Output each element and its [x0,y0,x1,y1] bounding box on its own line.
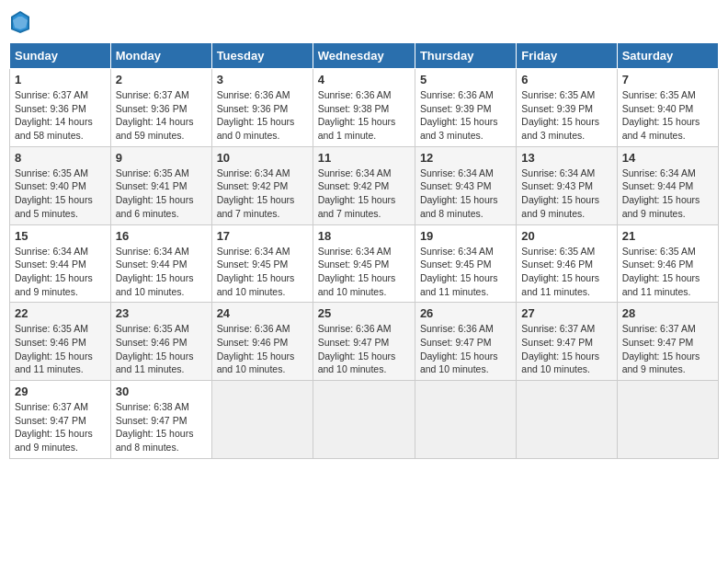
calendar-cell: 22Sunrise: 6:35 AMSunset: 9:46 PMDayligh… [10,303,111,381]
day-number: 2 [116,73,207,86]
calendar-cell [517,381,617,459]
day-number: 26 [420,306,511,320]
day-info: Sunrise: 6:35 AMSunset: 9:46 PMDaylight:… [622,245,713,299]
day-number: 13 [521,151,611,165]
calendar-cell: 9Sunrise: 6:35 AMSunset: 9:41 PMDaylight… [110,146,211,224]
day-info: Sunrise: 6:35 AMSunset: 9:46 PMDaylight:… [15,322,106,376]
day-info: Sunrise: 6:35 AMSunset: 9:39 PMDaylight:… [521,88,611,143]
calendar-header-row: SundayMondayTuesdayWednesdayThursdayFrid… [10,43,719,69]
calendar-week-row: 29Sunrise: 6:37 AMSunset: 9:47 PMDayligh… [10,381,719,459]
weekday-header: Saturday [617,43,718,69]
day-number: 23 [116,306,207,320]
day-number: 12 [420,151,511,165]
calendar-week-row: 22Sunrise: 6:35 AMSunset: 9:46 PMDayligh… [10,303,719,381]
day-info: Sunrise: 6:37 AMSunset: 9:47 PMDaylight:… [15,400,106,454]
weekday-header: Sunday [10,43,111,69]
day-info: Sunrise: 6:35 AMSunset: 9:46 PMDaylight:… [521,245,611,299]
day-info: Sunrise: 6:34 AMSunset: 9:42 PMDaylight:… [318,167,410,221]
calendar-cell: 6Sunrise: 6:35 AMSunset: 9:39 PMDaylight… [517,69,617,147]
day-number: 17 [217,229,308,243]
weekday-header: Friday [517,43,617,69]
day-number: 24 [217,306,308,320]
day-number: 9 [116,151,207,165]
calendar-cell [617,381,718,459]
calendar-cell: 30Sunrise: 6:38 AMSunset: 9:47 PMDayligh… [110,381,211,459]
calendar-cell: 18Sunrise: 6:34 AMSunset: 9:45 PMDayligh… [313,224,415,303]
day-info: Sunrise: 6:34 AMSunset: 9:44 PMDaylight:… [622,167,713,221]
calendar-cell: 24Sunrise: 6:36 AMSunset: 9:46 PMDayligh… [211,303,313,381]
calendar-cell [211,381,313,459]
day-number: 6 [521,73,611,86]
calendar-cell: 10Sunrise: 6:34 AMSunset: 9:42 PMDayligh… [211,146,313,224]
calendar-cell: 15Sunrise: 6:34 AMSunset: 9:44 PMDayligh… [10,224,111,303]
calendar-cell [313,381,415,459]
calendar-cell: 14Sunrise: 6:34 AMSunset: 9:44 PMDayligh… [617,146,718,224]
calendar-cell: 3Sunrise: 6:36 AMSunset: 9:36 PMDaylight… [211,69,313,147]
day-info: Sunrise: 6:37 AMSunset: 9:47 PMDaylight:… [521,322,611,376]
calendar-cell: 19Sunrise: 6:34 AMSunset: 9:45 PMDayligh… [415,224,516,303]
day-number: 10 [217,151,308,165]
calendar-cell: 23Sunrise: 6:35 AMSunset: 9:46 PMDayligh… [110,303,211,381]
calendar-cell: 28Sunrise: 6:37 AMSunset: 9:47 PMDayligh… [617,303,718,381]
calendar-cell: 25Sunrise: 6:36 AMSunset: 9:47 PMDayligh… [313,303,415,381]
day-number: 22 [15,306,106,320]
day-number: 30 [116,385,207,398]
day-info: Sunrise: 6:35 AMSunset: 9:40 PMDaylight:… [622,88,713,143]
weekday-header: Tuesday [211,43,313,69]
day-info: Sunrise: 6:36 AMSunset: 9:47 PMDaylight:… [420,322,511,376]
logo [9,9,33,35]
calendar-cell: 26Sunrise: 6:36 AMSunset: 9:47 PMDayligh… [415,303,516,381]
calendar-cell: 8Sunrise: 6:35 AMSunset: 9:40 PMDaylight… [10,146,111,224]
day-info: Sunrise: 6:34 AMSunset: 9:43 PMDaylight:… [521,167,611,221]
calendar-cell: 4Sunrise: 6:36 AMSunset: 9:38 PMDaylight… [313,69,415,147]
day-info: Sunrise: 6:34 AMSunset: 9:42 PMDaylight:… [217,167,308,221]
calendar-cell: 12Sunrise: 6:34 AMSunset: 9:43 PMDayligh… [415,146,516,224]
calendar-cell: 21Sunrise: 6:35 AMSunset: 9:46 PMDayligh… [617,224,718,303]
day-info: Sunrise: 6:38 AMSunset: 9:47 PMDaylight:… [116,400,207,454]
calendar-cell: 7Sunrise: 6:35 AMSunset: 9:40 PMDaylight… [617,69,718,147]
day-number: 11 [318,151,410,165]
day-number: 18 [318,229,410,243]
day-number: 28 [622,306,713,320]
calendar-cell: 16Sunrise: 6:34 AMSunset: 9:44 PMDayligh… [110,224,211,303]
day-info: Sunrise: 6:35 AMSunset: 9:40 PMDaylight:… [15,167,106,221]
day-info: Sunrise: 6:37 AMSunset: 9:36 PMDaylight:… [15,88,106,143]
weekday-header: Wednesday [313,43,415,69]
day-number: 20 [521,229,611,243]
calendar-cell: 1Sunrise: 6:37 AMSunset: 9:36 PMDaylight… [10,69,111,147]
page-header [9,9,719,35]
day-number: 8 [15,151,106,165]
day-number: 4 [318,73,410,86]
day-info: Sunrise: 6:34 AMSunset: 9:45 PMDaylight:… [318,245,410,299]
calendar-cell [415,381,516,459]
day-number: 29 [15,385,106,398]
day-info: Sunrise: 6:36 AMSunset: 9:47 PMDaylight:… [318,322,410,376]
day-number: 5 [420,73,511,86]
day-number: 27 [521,306,611,320]
day-number: 1 [15,73,106,86]
day-number: 21 [622,229,713,243]
calendar-week-row: 15Sunrise: 6:34 AMSunset: 9:44 PMDayligh… [10,224,719,303]
day-info: Sunrise: 6:36 AMSunset: 9:38 PMDaylight:… [318,88,410,143]
calendar-cell: 27Sunrise: 6:37 AMSunset: 9:47 PMDayligh… [517,303,617,381]
day-number: 25 [318,306,410,320]
day-number: 7 [622,73,713,86]
day-number: 19 [420,229,511,243]
calendar-cell: 5Sunrise: 6:36 AMSunset: 9:39 PMDaylight… [415,69,516,147]
calendar-cell: 2Sunrise: 6:37 AMSunset: 9:36 PMDaylight… [110,69,211,147]
calendar-cell: 29Sunrise: 6:37 AMSunset: 9:47 PMDayligh… [10,381,111,459]
calendar: SundayMondayTuesdayWednesdayThursdayFrid… [9,42,719,459]
calendar-cell: 17Sunrise: 6:34 AMSunset: 9:45 PMDayligh… [211,224,313,303]
day-info: Sunrise: 6:34 AMSunset: 9:44 PMDaylight:… [15,245,106,299]
calendar-week-row: 8Sunrise: 6:35 AMSunset: 9:40 PMDaylight… [10,146,719,224]
day-info: Sunrise: 6:35 AMSunset: 9:41 PMDaylight:… [116,167,207,221]
weekday-header: Thursday [415,43,516,69]
day-number: 16 [116,229,207,243]
day-info: Sunrise: 6:37 AMSunset: 9:47 PMDaylight:… [622,322,713,376]
day-info: Sunrise: 6:34 AMSunset: 9:45 PMDaylight:… [420,245,511,299]
weekday-header: Monday [110,43,211,69]
day-info: Sunrise: 6:36 AMSunset: 9:46 PMDaylight:… [217,322,308,376]
day-number: 3 [217,73,308,86]
day-info: Sunrise: 6:35 AMSunset: 9:46 PMDaylight:… [116,322,207,376]
day-info: Sunrise: 6:34 AMSunset: 9:43 PMDaylight:… [420,167,511,221]
